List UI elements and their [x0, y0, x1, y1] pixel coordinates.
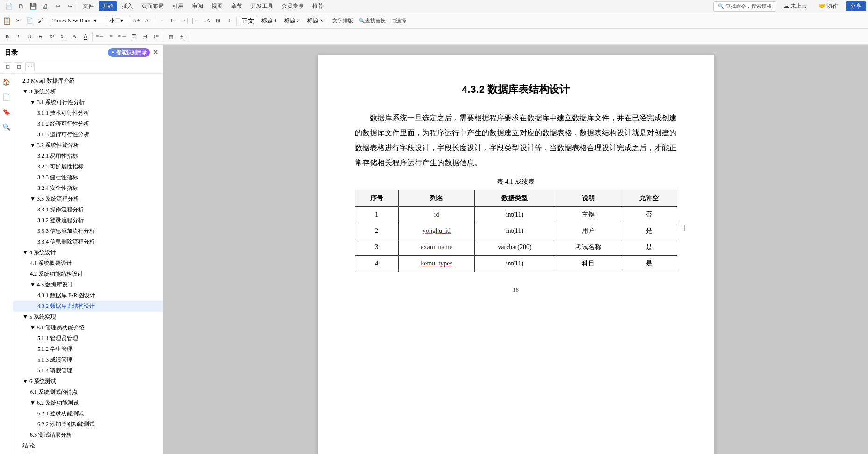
style-h3[interactable]: 标题 3 [304, 16, 326, 26]
format-paint-btn[interactable]: 🖌 [35, 16, 46, 26]
font-size-dropdown-icon[interactable]: ▾ [120, 17, 123, 24]
align-center[interactable]: ≡ [106, 32, 116, 42]
menu-insert[interactable]: 插入 [118, 1, 137, 11]
cloud-save[interactable]: ☁ 未上云 [780, 1, 811, 11]
sidebar-home-icon[interactable]: 🏠 [2, 77, 11, 87]
toc-item-3.2.3[interactable]: 3.2.3 健壮性指标 [13, 172, 163, 183]
subscript-btn[interactable]: x₂ [58, 32, 68, 42]
collapse-all-btn[interactable]: ⊟ [3, 62, 12, 71]
line-spacing[interactable]: ↕ [224, 16, 234, 26]
toc-item-4.3.2[interactable]: 4.3.2 数据库表结构设计 [13, 301, 163, 312]
toc-item-3.1[interactable]: ▼ 3.1 系统可行性分析 [13, 97, 163, 108]
menu-dev[interactable]: 开发工具 [247, 1, 277, 11]
toc-item-3.3[interactable]: ▼ 3.3 系统流程分析 [13, 194, 163, 204]
toc-item-5.1.4[interactable]: 5.1.4 请假管理 [13, 365, 163, 376]
sidebar-close-btn[interactable]: ✕ [153, 49, 158, 56]
text-layout-btn[interactable]: 文字排版 [330, 16, 355, 26]
toc-item-3.3.3[interactable]: 3.3.3 信息添加流程分析 [13, 226, 163, 237]
font-dropdown-icon[interactable]: ▾ [94, 17, 97, 24]
sort-btn[interactable]: ↕A [202, 16, 212, 26]
list-unordered[interactable]: ≡ [157, 16, 167, 26]
menu-review[interactable]: 审阅 [188, 1, 207, 11]
style-h1[interactable]: 标题 1 [258, 16, 280, 26]
indent-increase[interactable]: →| [179, 16, 190, 26]
italic-btn[interactable]: I [13, 32, 23, 42]
highlight-btn[interactable]: A̲ [80, 32, 91, 42]
toc-item-3.1.3[interactable]: 3.1.3 运行可行性分析 [13, 129, 163, 140]
align-distribute[interactable]: ⊟ [140, 32, 150, 42]
doc-area[interactable]: 4.3.2 数据库表结构设计 数据库系统一旦选定之后，需要根据程序要求在数据库中… [163, 45, 868, 454]
new-icon[interactable]: 🗋 [16, 1, 26, 12]
toc-item-3.2.2[interactable]: 3.2.2 可扩展性指标 [13, 161, 163, 172]
toc-item-3.1.2[interactable]: 3.1.2 经济可行性分析 [13, 119, 163, 129]
share-button[interactable]: 分享 [846, 1, 866, 11]
bold-btn[interactable]: B [2, 32, 12, 42]
toc-item-5.1.1[interactable]: 5.1.1 管理员管理 [13, 333, 163, 344]
toc-item-6.2[interactable]: ▼ 6.2 系统功能测试 [13, 398, 163, 408]
menu-member[interactable]: 会员专享 [278, 1, 308, 11]
indent-decrease[interactable]: |← [191, 16, 201, 26]
nav-options-btn[interactable]: ⋯ [25, 62, 35, 71]
toc-item-3.2.1[interactable]: 3.2.1 易用性指标 [13, 151, 163, 161]
menu-reference[interactable]: 引用 [169, 1, 187, 11]
select-btn[interactable]: ⬚ 选择 [389, 16, 409, 26]
font-color-a-btn[interactable]: A [69, 32, 79, 42]
paste-btn[interactable]: 📋 [2, 16, 12, 26]
toc-item-5.1.2[interactable]: 5.1.2 学生管理 [13, 344, 163, 355]
toc-item-4.1[interactable]: 4.1 系统概要设计 [13, 258, 163, 269]
toc-item-2.3[interactable]: 2.3 Mysql 数据库介绍 [13, 76, 163, 86]
collaborate[interactable]: 🤝 协作 [815, 1, 842, 11]
underline-btn[interactable]: U [24, 32, 35, 42]
sidebar-bookmark-icon[interactable]: 🔖 [2, 107, 11, 117]
toc-item-5.1[interactable]: ▼ 5.1 管理员功能介绍 [13, 322, 163, 333]
sidebar-search-icon[interactable]: 🔍 [2, 122, 11, 132]
toc-item-6.2.1[interactable]: 6.2.1 登录功能测试 [13, 408, 163, 419]
toc-item-4.3[interactable]: ▼ 4.3 数据库设计 [13, 279, 163, 290]
cut-btn[interactable]: ✂ [13, 16, 23, 26]
undo-icon[interactable]: ↩ [52, 1, 63, 12]
search-cmd-input[interactable]: 🔍 查找命令，搜索模板 [713, 1, 776, 12]
toc-item-conclusion[interactable]: 结 论 [13, 440, 163, 451]
superscript-btn[interactable]: x² [47, 32, 57, 42]
menu-layout[interactable]: 页面布局 [138, 1, 168, 11]
line-space-btn[interactable]: ↕≡ [151, 32, 161, 42]
menu-chapter[interactable]: 章节 [227, 1, 246, 11]
list-ordered[interactable]: 1≡ [168, 16, 178, 26]
add-column-btn[interactable]: + [678, 225, 685, 231]
menu-recommend[interactable]: 推荐 [309, 1, 327, 11]
font-name-selector[interactable]: Times New Roma ▾ [50, 16, 106, 26]
toc-item-6[interactable]: ▼ 6 系统测试 [13, 376, 163, 387]
find-replace-btn[interactable]: 🔍 查找替换 [356, 16, 388, 26]
toc-item-5.1.3[interactable]: 5.1.3 成绩管理 [13, 355, 163, 365]
expand-all-btn[interactable]: ⊞ [14, 62, 23, 71]
font-size-increase[interactable]: A+ [131, 16, 141, 26]
toc-item-4.2[interactable]: 4.2 系统功能结构设计 [13, 269, 163, 279]
toc-item-6.1[interactable]: 6.1 系统测试的特点 [13, 387, 163, 398]
align-left[interactable]: ≡← [95, 32, 105, 42]
toc-item-4.3.1[interactable]: 4.3.1 数据库 E-R 图设计 [13, 290, 163, 301]
print-icon[interactable]: 🖨 [40, 1, 50, 12]
toc-item-3.3.2[interactable]: 3.3.2 登录流程分析 [13, 215, 163, 226]
shading-btn[interactable]: ▦ [165, 32, 176, 42]
file-icon[interactable]: 📄 [4, 1, 14, 12]
style-h2[interactable]: 标题 2 [281, 16, 303, 26]
toc-item-3.3.1[interactable]: 3.3.1 操作流程分析 [13, 204, 163, 215]
menu-start[interactable]: 开始 [99, 1, 117, 11]
toc-item-3.2[interactable]: ▼ 3.2 系统性能分析 [13, 140, 163, 151]
font-size-selector[interactable]: 小二 ▾ [107, 16, 130, 26]
copy-btn[interactable]: 📄 [24, 16, 35, 26]
menu-file[interactable]: 文件 [79, 1, 98, 11]
toc-item-3[interactable]: ▼ 3 系统分析 [13, 86, 163, 97]
font-size-decrease[interactable]: A- [142, 16, 153, 26]
toc-item-3.1.1[interactable]: 3.1.1 技术可行性分析 [13, 108, 163, 119]
save-icon[interactable]: 💾 [28, 1, 38, 12]
align-justify[interactable]: ☰ [128, 32, 139, 42]
align-right[interactable]: ≡→ [117, 32, 127, 42]
ai-toc-btn[interactable]: ✦ 智能识别目录 [108, 48, 150, 57]
toc-item-6.3[interactable]: 6.3 测试结果分析 [13, 430, 163, 440]
menu-view[interactable]: 视图 [208, 1, 226, 11]
redo-icon[interactable]: ↪ [64, 1, 75, 12]
center-btn[interactable]: ⊞ [213, 16, 223, 26]
toc-item-3.3.4[interactable]: 3.3.4 信息删除流程分析 [13, 237, 163, 247]
toc-item-6.2.2[interactable]: 6.2.2 添加类别功能测试 [13, 419, 163, 430]
